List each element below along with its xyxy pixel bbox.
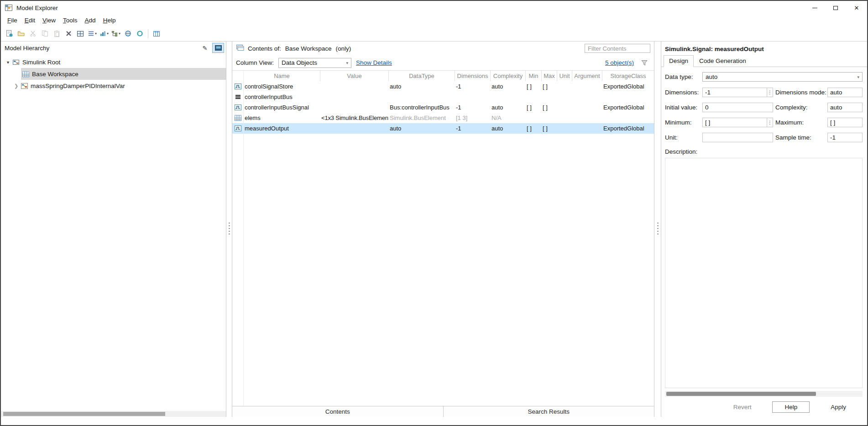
edit-hierarchy-button[interactable]: ✎ — [199, 43, 211, 53]
column-header-datatype[interactable]: DataType — [388, 71, 455, 81]
new-object-button[interactable] — [3, 28, 15, 40]
cell-complexity[interactable]: auto — [490, 83, 525, 90]
tree-view-button[interactable]: ▾ — [110, 28, 122, 40]
show-details-link[interactable]: Show Details — [356, 59, 392, 66]
cell-datatype[interactable]: auto — [388, 125, 455, 132]
right-splitter[interactable] — [654, 42, 661, 417]
cell-complexity[interactable]: auto — [490, 125, 525, 132]
column-header-min[interactable]: Min — [525, 71, 541, 81]
table-row-controlSignalStore[interactable]: controlSignalStore auto -1 auto [ ] [ ] … — [232, 81, 654, 92]
column-header-argument[interactable]: Argument — [572, 71, 602, 81]
expander-open-icon[interactable]: ▾ — [5, 60, 11, 65]
cell-name[interactable]: measuredOutput — [243, 125, 320, 132]
menu-file[interactable]: File — [4, 16, 21, 25]
minimize-button[interactable] — [804, 1, 825, 15]
column-header-max[interactable]: Max — [541, 71, 557, 81]
cell-max[interactable]: [ ] — [541, 104, 557, 111]
tab-design[interactable]: Design — [664, 55, 694, 67]
cell-storageclass[interactable]: ExportedGlobal — [602, 125, 654, 132]
copy-button[interactable] — [39, 28, 51, 40]
scrollbar-thumb[interactable] — [3, 412, 165, 416]
column-view-dropdown[interactable]: Data Objects ▾ — [278, 58, 351, 68]
tab-contents[interactable]: Contents — [232, 406, 443, 417]
cell-complexity[interactable]: N/A — [490, 114, 525, 121]
grid-view-button[interactable] — [74, 28, 86, 40]
cell-name[interactable]: controllerInputBusSignal — [243, 104, 320, 111]
minimum-input[interactable] — [702, 118, 767, 127]
column-header-value[interactable]: Value — [320, 71, 388, 81]
paste-button[interactable] — [51, 28, 63, 40]
table-row-controllerInputBusSignal[interactable]: controllerInputBusSignal Bus:controllerI… — [232, 102, 654, 113]
list-view-button[interactable]: ▾ — [86, 28, 98, 40]
tab-code-generation[interactable]: Code Generation — [694, 55, 752, 67]
dimensions-input[interactable] — [702, 88, 767, 97]
revert-button[interactable]: Revert — [731, 402, 754, 412]
maximize-button[interactable] — [825, 1, 846, 15]
scope-button[interactable] — [134, 28, 146, 40]
apply-button[interactable]: Apply — [828, 402, 849, 412]
cell-dimensions[interactable]: -1 — [455, 104, 490, 111]
minimum-expand-button[interactable]: ⋮ — [767, 118, 773, 127]
cell-datatype[interactable]: Bus:controllerInputBus — [388, 104, 455, 111]
tree-item-base-workspace[interactable]: Base Workspace — [1, 68, 226, 80]
dimensions-expand-button[interactable]: ⋮ — [767, 88, 773, 97]
data-type-dropdown[interactable]: auto ▾ — [702, 72, 863, 82]
cell-name[interactable]: elems — [243, 114, 320, 121]
column-header-storageclass[interactable]: StorageClass — [602, 71, 654, 81]
preview-pane-button[interactable] — [212, 43, 224, 53]
open-button[interactable] — [15, 28, 27, 40]
hierarchy-horizontal-scrollbar[interactable] — [1, 411, 226, 417]
help-button[interactable]: Help — [772, 401, 810, 413]
cell-datatype[interactable]: Simulink.BusElement — [388, 114, 455, 121]
dimensions-mode-input[interactable] — [827, 88, 863, 97]
selected-tree-item[interactable]: Base Workspace — [21, 68, 226, 80]
tab-search-results[interactable]: Search Results — [443, 406, 654, 417]
cell-datatype[interactable]: auto — [388, 83, 455, 90]
column-header-complexity[interactable]: Complexity — [490, 71, 525, 81]
cell-min[interactable]: [ ] — [525, 125, 541, 132]
menu-help[interactable]: Help — [99, 16, 120, 25]
menu-edit[interactable]: Edit — [21, 16, 39, 25]
cell-min[interactable]: [ ] — [525, 104, 541, 111]
filter-options-button[interactable] — [638, 57, 650, 69]
sample-time-input[interactable] — [827, 133, 863, 142]
inspector-horizontal-scrollbar[interactable] — [665, 391, 863, 397]
maximum-input[interactable] — [827, 118, 863, 127]
scrollbar-thumb[interactable] — [666, 392, 816, 396]
column-view-button[interactable] — [151, 28, 162, 40]
cell-dimensions[interactable]: [1 3] — [455, 114, 490, 121]
table-row-controllerInputBus[interactable]: controllerInputBus — [232, 92, 654, 102]
close-button[interactable]: ✕ — [846, 1, 867, 15]
description-textarea[interactable] — [665, 158, 863, 388]
column-header-name[interactable]: Name — [243, 71, 320, 81]
column-header-dimensions[interactable]: Dimensions — [455, 71, 490, 81]
cell-max[interactable]: [ ] — [541, 125, 557, 132]
cell-dimensions[interactable]: -1 — [455, 83, 490, 90]
chart-view-button[interactable]: ▾ — [98, 28, 110, 40]
cell-name[interactable]: controllerInputBus — [243, 94, 320, 100]
expander-closed-icon[interactable]: ❯ — [13, 83, 20, 89]
link-button[interactable] — [122, 28, 134, 40]
object-count-link[interactable]: 5 object(s) — [605, 59, 634, 66]
table-row-elems[interactable]: elems <1x3 Simulink.BusElement> Simulink… — [232, 113, 654, 123]
cell-dimensions[interactable]: -1 — [455, 125, 490, 132]
cell-complexity[interactable]: auto — [490, 104, 525, 111]
column-header-unit[interactable]: Unit — [557, 71, 572, 81]
menu-view[interactable]: View — [39, 16, 59, 25]
tree-item-simulink-root[interactable]: ▾ Simulink Root — [1, 56, 226, 68]
cell-storageclass[interactable]: ExportedGlobal — [602, 83, 654, 90]
cell-max[interactable]: [ ] — [541, 83, 557, 90]
left-splitter[interactable] — [226, 42, 232, 417]
menu-tools[interactable]: Tools — [59, 16, 81, 25]
menu-add[interactable]: Add — [81, 16, 99, 25]
complexity-input[interactable] — [827, 103, 863, 112]
cell-name[interactable]: controlSignalStore — [243, 83, 320, 90]
tree-item-model[interactable]: ❯ massSpringDamperPIDInternalVar — [1, 80, 226, 92]
cell-storageclass[interactable]: ExportedGlobal — [602, 104, 654, 111]
cell-min[interactable]: [ ] — [525, 83, 541, 90]
unit-input[interactable] — [702, 133, 773, 142]
filter-contents-input[interactable] — [585, 44, 650, 53]
delete-button[interactable] — [63, 28, 74, 40]
table-row-measuredOutput-selected[interactable]: measuredOutput auto -1 auto [ ] [ ] Expo… — [232, 123, 654, 134]
cut-button[interactable] — [27, 28, 39, 40]
